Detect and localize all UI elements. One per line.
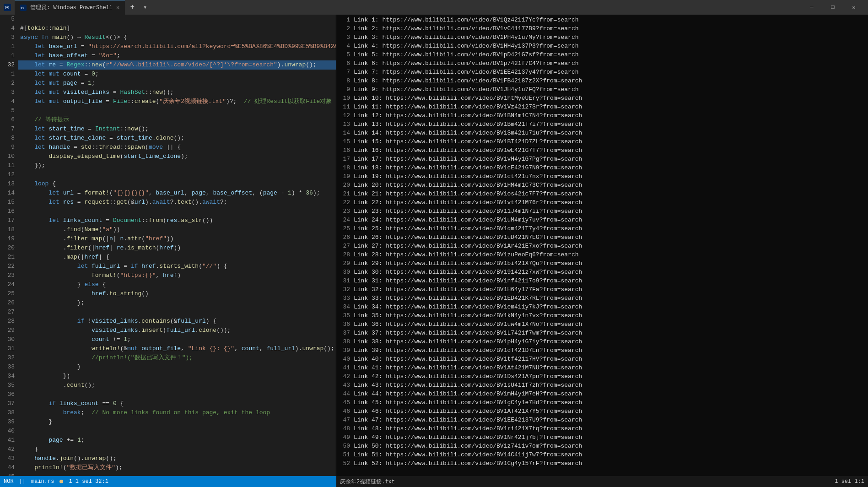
terminal-line-text: Link 15: https://www.bilibili.com/video/… xyxy=(354,137,582,146)
terminal-line-text: Link 48: https://www.bilibili.com/video/… xyxy=(354,424,582,433)
terminal-line: 42Link 42: https://www.bilibili.com/vide… xyxy=(336,372,868,381)
terminal-line: 5Link 5: https://www.bilibili.com/video/… xyxy=(336,50,868,59)
terminal-line: 9Link 9: https://www.bilibili.com/video/… xyxy=(336,85,868,94)
terminal-line: 22Link 22: https://www.bilibili.com/vide… xyxy=(336,198,868,207)
code-line: }) xyxy=(18,372,336,381)
terminal-line-number: 50 xyxy=(336,442,354,450)
terminal-line-text: Link 11: https://www.bilibili.com/video/… xyxy=(354,103,582,111)
tab-icon: PS xyxy=(20,5,27,11)
statusbar-position-left: 1 1 sel 32:1 xyxy=(69,478,108,485)
statusbar-separator: || xyxy=(19,478,26,485)
code-line xyxy=(18,170,336,179)
terminal-line-text: Link 36: https://www.bilibili.com/video/… xyxy=(354,320,582,329)
terminal-line: 3Link 3: https://www.bilibili.com/video/… xyxy=(336,33,868,42)
terminal-line-number: 26 xyxy=(336,233,354,242)
terminal-line-text: Link 1: https://www.bilibili.com/video/B… xyxy=(354,16,578,24)
code-line: .find(Name("a")) xyxy=(18,225,336,234)
terminal-line-number: 51 xyxy=(336,450,354,459)
code-line: async fn main() → Result<()> { xyxy=(18,33,336,42)
titlebar: PS PS 管理员: Windows PowerShell ✕ + ▾ ─ □ … xyxy=(0,0,868,15)
statusbar-position-right: 1 sel 1:1 xyxy=(835,478,864,485)
code-line: } xyxy=(18,417,336,427)
code-line: href.to_string() xyxy=(18,289,336,298)
code-line xyxy=(18,472,336,476)
terminal-line: 12Link 12: https://www.bilibili.com/vide… xyxy=(336,111,868,120)
terminal-line: 17Link 17: https://www.bilibili.com/vide… xyxy=(336,155,868,163)
minimize-button[interactable]: ─ xyxy=(801,0,822,15)
code-line: println!("数据已写入文件"); xyxy=(18,463,336,472)
terminal-line-number: 48 xyxy=(336,424,354,433)
terminal-line: 6Link 6: https://www.bilibili.com/video/… xyxy=(336,59,868,68)
code-line: let handle = std::thread::spawn(move || … xyxy=(18,143,336,152)
terminal-line-number: 42 xyxy=(336,372,354,381)
terminal-line: 24Link 24: https://www.bilibili.com/vide… xyxy=(336,216,868,224)
active-tab[interactable]: PS 管理员: Windows PowerShell ✕ xyxy=(15,0,125,15)
code-line: let start_time = Instant::now(); xyxy=(18,124,336,134)
tab-label: 管理员: Windows PowerShell xyxy=(30,4,113,11)
terminal-line-number: 30 xyxy=(336,268,354,276)
terminal-line-text: Link 16: https://www.bilibili.com/video/… xyxy=(354,146,582,155)
code-line: let res = request::get(&url).await?.text… xyxy=(18,198,336,207)
terminal-line-number: 13 xyxy=(336,120,354,129)
code-line xyxy=(18,390,336,399)
tab-bar: PS 管理员: Windows PowerShell ✕ xyxy=(15,0,125,15)
terminal-line-text: Link 17: https://www.bilibili.com/video/… xyxy=(354,155,582,163)
terminal-line-number: 8 xyxy=(336,76,354,85)
terminal-line-number: 49 xyxy=(336,433,354,442)
terminal-line-number: 20 xyxy=(336,181,354,189)
terminal-line-text: Link 22: https://www.bilibili.com/video/… xyxy=(354,198,582,207)
code-line xyxy=(18,207,336,216)
code-line: page += 1; xyxy=(18,436,336,445)
terminal-line: 1Link 1: https://www.bilibili.com/video/… xyxy=(336,16,868,24)
terminal-line: 21Link 21: https://www.bilibili.com/vide… xyxy=(336,189,868,198)
terminal-filename: 庆余年2视频链接.txt xyxy=(340,478,395,486)
terminal-line-text: Link 24: https://www.bilibili.com/video/… xyxy=(354,216,582,224)
terminal-line-number: 46 xyxy=(336,407,354,416)
terminal-line-text: Link 49: https://www.bilibili.com/video/… xyxy=(354,433,582,442)
terminal-line-number: 25 xyxy=(336,224,354,233)
code-line: .filter_map(|n| n.attr("href")) xyxy=(18,234,336,244)
terminal-line-number: 40 xyxy=(336,355,354,363)
new-tab-button[interactable]: + xyxy=(125,0,140,15)
terminal-line-text: Link 20: https://www.bilibili.com/video/… xyxy=(354,181,582,189)
close-button[interactable]: ✕ xyxy=(843,0,864,15)
terminal-line: 50Link 50: https://www.bilibili.com/vide… xyxy=(336,442,868,450)
code-line: //println!("数据已写入文件！"); xyxy=(18,353,336,363)
maximize-button[interactable]: □ xyxy=(822,0,843,15)
terminal-line-number: 11 xyxy=(336,103,354,111)
terminal-line-number: 32 xyxy=(336,285,354,294)
code-line-highlighted: let re = Regex::new(r"//www\.bilibili\.c… xyxy=(18,60,336,70)
terminal-line: 30Link 30: https://www.bilibili.com/vide… xyxy=(336,268,868,276)
terminal-line-text: Link 43: https://www.bilibili.com/video/… xyxy=(354,381,582,390)
terminal-line: 10Link 10: https://www.bilibili.com/vide… xyxy=(336,94,868,103)
editor-container: 5 4 3 1 1 32 1 2 3 4 5 6 7 8 9 10 11 12 … xyxy=(0,15,868,476)
code-line: let mut count = 0; xyxy=(18,70,336,79)
line-numbers: 5 4 3 1 1 32 1 2 3 4 5 6 7 8 9 10 11 12 … xyxy=(0,15,18,476)
statusbar: NOR || main.rs 1 1 sel 32:1 庆余年2视频链接.txt… xyxy=(0,476,868,487)
terminal-line-text: Link 13: https://www.bilibili.com/video/… xyxy=(354,120,582,129)
code-lines[interactable]: #[tokio::main] async fn main() → Result<… xyxy=(18,15,336,476)
code-line: handle.join().unwrap(); xyxy=(18,454,336,463)
terminal-line-text: Link 7: https://www.bilibili.com/video/B… xyxy=(354,68,578,76)
terminal-line: 51Link 51: https://www.bilibili.com/vide… xyxy=(336,450,868,459)
terminal-line-number: 3 xyxy=(336,33,354,42)
code-line: } else { xyxy=(18,280,336,289)
terminal-line-number: 23 xyxy=(336,207,354,216)
terminal-line-number: 43 xyxy=(336,381,354,390)
terminal-line-text: Link 44: https://www.bilibili.com/video/… xyxy=(354,390,582,398)
terminal-line: 18Link 18: https://www.bilibili.com/vide… xyxy=(336,163,868,172)
terminal-line: 48Link 48: https://www.bilibili.com/vide… xyxy=(336,424,868,433)
terminal-pane[interactable]: 1Link 1: https://www.bilibili.com/video/… xyxy=(336,15,868,476)
terminal-line: 8Link 8: https://www.bilibili.com/video/… xyxy=(336,76,868,85)
code-line: }; xyxy=(18,298,336,308)
terminal-line-number: 24 xyxy=(336,216,354,224)
terminal-line-text: Link 18: https://www.bilibili.com/video/… xyxy=(354,163,582,172)
terminal-line: 4Link 4: https://www.bilibili.com/video/… xyxy=(336,42,868,50)
terminal-line-text: Link 9: https://www.bilibili.com/video/B… xyxy=(354,85,578,94)
code-pane[interactable]: 5 4 3 1 1 32 1 2 3 4 5 6 7 8 9 10 11 12 … xyxy=(0,15,336,476)
tab-close-button[interactable]: ✕ xyxy=(116,4,119,11)
terminal-line-text: Link 45: https://www.bilibili.com/video/… xyxy=(354,398,582,407)
terminal-line-text: Link 50: https://www.bilibili.com/video/… xyxy=(354,442,582,450)
dropdown-button[interactable]: ▾ xyxy=(140,0,151,15)
terminal-line: 11Link 11: https://www.bilibili.com/vide… xyxy=(336,103,868,111)
